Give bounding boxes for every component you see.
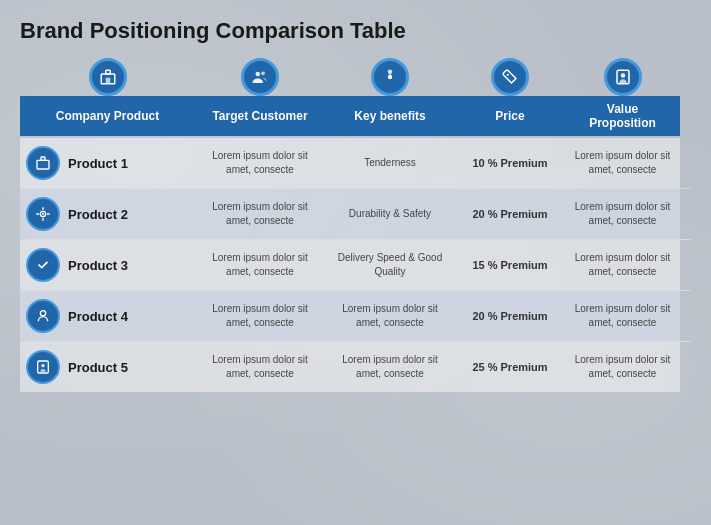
target-cell-5: Lorem ipsum dolor sit amet, consecte xyxy=(195,342,325,392)
price-cell-3: 15 % Premium xyxy=(455,240,565,290)
product-cell-4: Product 4 xyxy=(20,291,195,341)
product-icon-5 xyxy=(26,350,60,384)
table-row: Product 4 Lorem ipsum dolor sit amet, co… xyxy=(20,291,691,342)
svg-point-13 xyxy=(40,311,45,316)
company-icon xyxy=(89,58,127,96)
svg-point-5 xyxy=(388,75,393,80)
header-key-benefits: Key benefits xyxy=(325,96,455,136)
product-icon-2 xyxy=(26,197,60,231)
value-cell-1: Lorem ipsum dolor sit amet, consecte xyxy=(565,138,680,188)
product-name-2: Product 2 xyxy=(68,207,128,222)
product-cell-1: Product 1 xyxy=(20,138,195,188)
table-row: Product 2 Lorem ipsum dolor sit amet, co… xyxy=(20,189,691,240)
table-row: Product 1 Lorem ipsum dolor sit amet, co… xyxy=(20,138,691,189)
col-icon-company xyxy=(20,58,195,96)
col-icon-benefits xyxy=(325,58,455,96)
svg-rect-1 xyxy=(105,70,110,74)
product-cell-3: Product 3 xyxy=(20,240,195,290)
header-company-product: Company Product xyxy=(20,96,195,136)
target-cell-1: Lorem ipsum dolor sit amet, consecte xyxy=(195,138,325,188)
value-cell-3: Lorem ipsum dolor sit amet, consecte xyxy=(565,240,680,290)
value-cell-2: Lorem ipsum dolor sit amet, consecte xyxy=(565,189,680,239)
product-name-4: Product 4 xyxy=(68,309,128,324)
svg-point-15 xyxy=(41,364,44,367)
svg-rect-2 xyxy=(105,78,110,84)
page-title: Brand Positioning Comparison Table xyxy=(20,18,691,44)
data-rows: Product 1 Lorem ipsum dolor sit amet, co… xyxy=(20,138,691,392)
comparison-table: Company Product Target Customer Key bene… xyxy=(20,58,691,392)
benefits-cell-1: Tenderness xyxy=(325,138,455,188)
svg-point-6 xyxy=(507,74,509,76)
price-cell-2: 20 % Premium xyxy=(455,189,565,239)
value-cell-4: Lorem ipsum dolor sit amet, consecte xyxy=(565,291,680,341)
product-icon-4 xyxy=(26,299,60,333)
product-name-5: Product 5 xyxy=(68,360,128,375)
col-icon-price xyxy=(455,58,565,96)
benefits-icon xyxy=(371,58,409,96)
svg-point-3 xyxy=(256,72,261,77)
price-cell-1: 10 % Premium xyxy=(455,138,565,188)
benefits-cell-3: Delivery Speed & Good Quality xyxy=(325,240,455,290)
benefits-cell-4: Lorem ipsum dolor sit amet, consecte xyxy=(325,291,455,341)
svg-point-4 xyxy=(261,71,265,75)
product-icon-1 xyxy=(26,146,60,180)
product-name-3: Product 3 xyxy=(68,258,128,273)
target-cell-4: Lorem ipsum dolor sit amet, consecte xyxy=(195,291,325,341)
target-cell-3: Lorem ipsum dolor sit amet, consecte xyxy=(195,240,325,290)
icon-row xyxy=(20,58,691,96)
value-cell-5: Lorem ipsum dolor sit amet, consecte xyxy=(565,342,680,392)
product-cell-2: Product 2 xyxy=(20,189,195,239)
product-cell-5: Product 5 xyxy=(20,342,195,392)
price-cell-4: 20 % Premium xyxy=(455,291,565,341)
header-value-proposition: ValueProposition xyxy=(565,96,680,136)
header-row: Company Product Target Customer Key bene… xyxy=(20,96,691,136)
svg-point-8 xyxy=(620,73,625,78)
benefits-cell-2: Durability & Safety xyxy=(325,189,455,239)
header-target-customer: Target Customer xyxy=(195,96,325,136)
price-icon xyxy=(491,58,529,96)
table-row: Product 3 Lorem ipsum dolor sit amet, co… xyxy=(20,240,691,291)
product-name-1: Product 1 xyxy=(68,156,128,171)
value-icon xyxy=(604,58,642,96)
benefits-cell-5: Lorem ipsum dolor sit amet, consecte xyxy=(325,342,455,392)
price-cell-5: 25 % Premium xyxy=(455,342,565,392)
svg-point-12 xyxy=(42,213,44,215)
col-icon-value xyxy=(565,58,680,96)
col-icon-target xyxy=(195,58,325,96)
svg-rect-10 xyxy=(41,157,45,160)
target-icon xyxy=(241,58,279,96)
product-icon-3 xyxy=(26,248,60,282)
table-row: Product 5 Lorem ipsum dolor sit amet, co… xyxy=(20,342,691,392)
target-cell-2: Lorem ipsum dolor sit amet, consecte xyxy=(195,189,325,239)
header-price: Price xyxy=(455,96,565,136)
svg-rect-9 xyxy=(37,160,49,169)
